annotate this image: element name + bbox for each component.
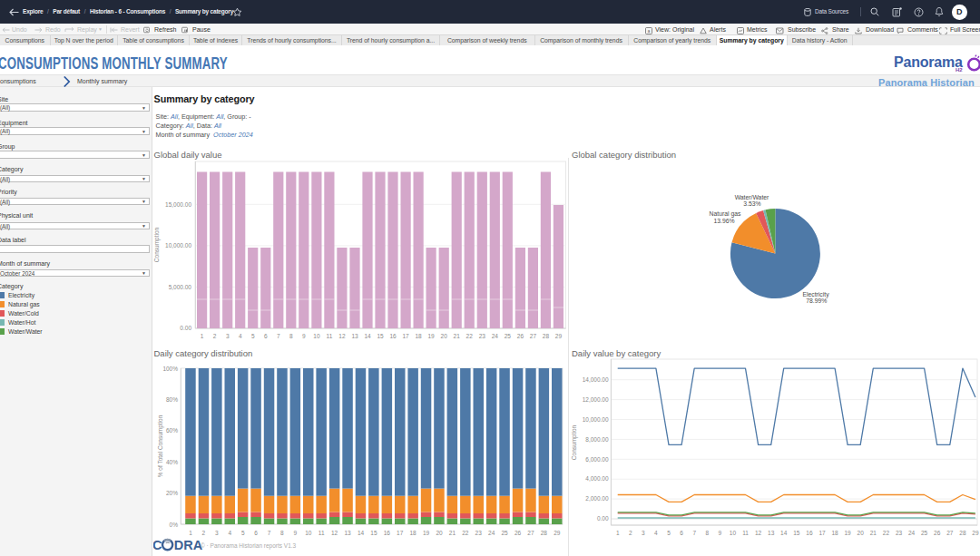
svg-text:6: 6 [264, 333, 268, 339]
svg-text:23: 23 [896, 530, 903, 536]
svg-text:2,000.00: 2,000.00 [585, 495, 609, 502]
svg-text:26: 26 [517, 333, 524, 339]
svg-text:8,000.00: 8,000.00 [585, 436, 609, 443]
svg-text:19: 19 [423, 530, 430, 536]
svg-text:20: 20 [441, 333, 448, 339]
svg-text:12: 12 [755, 530, 762, 536]
svg-text:23: 23 [475, 530, 483, 536]
svg-text:13.96%: 13.96% [713, 218, 734, 224]
svg-text:20%: 20% [166, 490, 178, 496]
svg-text:24: 24 [488, 530, 495, 536]
svg-text:18: 18 [831, 530, 838, 536]
svg-text:2: 2 [213, 333, 217, 339]
svg-text:22: 22 [466, 333, 474, 339]
svg-text:3: 3 [642, 530, 645, 536]
svg-text:24: 24 [492, 333, 499, 339]
svg-text:8: 8 [705, 530, 709, 536]
svg-text:13: 13 [344, 530, 351, 536]
svg-text:27: 27 [530, 333, 537, 339]
svg-text:0.00: 0.00 [180, 325, 191, 331]
svg-text:21: 21 [454, 333, 461, 339]
svg-text:21: 21 [449, 530, 456, 536]
svg-text:14: 14 [358, 530, 365, 536]
svg-text:27: 27 [527, 530, 534, 536]
svg-text:100%: 100% [162, 366, 178, 372]
svg-text:25: 25 [921, 530, 928, 536]
svg-text:18: 18 [415, 333, 422, 339]
svg-text:4,000.00: 4,000.00 [585, 475, 609, 482]
svg-text:8: 8 [289, 333, 293, 339]
svg-text:9: 9 [718, 530, 721, 536]
svg-text:C: C [153, 538, 162, 552]
svg-text:2: 2 [202, 530, 206, 536]
svg-text:0%: 0% [170, 522, 179, 528]
svg-text:% of Total Consumption: % of Total Consumption [157, 415, 164, 477]
svg-text:27: 27 [946, 530, 954, 536]
svg-text:19: 19 [844, 530, 851, 536]
svg-text:14,000.00: 14,000.00 [583, 376, 609, 383]
svg-text:15: 15 [370, 530, 377, 536]
svg-text:12,000.00: 12,000.00 [583, 396, 609, 403]
svg-text:Electricity: Electricity [802, 291, 829, 298]
svg-text:13: 13 [351, 333, 358, 339]
svg-text:23: 23 [479, 333, 486, 339]
svg-text:18: 18 [409, 530, 416, 536]
svg-text:11: 11 [742, 530, 749, 536]
svg-text:26: 26 [514, 530, 522, 536]
svg-text:17: 17 [397, 530, 404, 536]
svg-text:7: 7 [277, 333, 280, 339]
svg-text:2: 2 [629, 530, 632, 536]
svg-text:16: 16 [806, 530, 813, 536]
svg-text:9: 9 [294, 530, 298, 536]
svg-text:17: 17 [818, 530, 826, 536]
svg-text:1: 1 [201, 333, 204, 339]
svg-text:0.00: 0.00 [597, 515, 609, 522]
svg-text:17: 17 [402, 333, 409, 339]
svg-text:1: 1 [616, 530, 620, 536]
svg-text:28: 28 [541, 530, 548, 536]
svg-text:20: 20 [858, 530, 865, 536]
svg-text:19: 19 [427, 333, 435, 339]
svg-text:4: 4 [228, 530, 231, 536]
svg-text:22: 22 [462, 530, 469, 536]
svg-text:10: 10 [730, 530, 737, 536]
svg-text:25: 25 [501, 530, 508, 536]
svg-text:24: 24 [908, 530, 916, 536]
svg-text:© · Panorama Historian reports: © · Panorama Historian reports V1.3 [201, 542, 297, 550]
svg-text:Natural gas: Natural gas [710, 210, 741, 218]
svg-text:22: 22 [883, 530, 890, 536]
svg-text:25: 25 [505, 333, 512, 339]
svg-text:15,000.00: 15,000.00 [165, 201, 191, 208]
svg-text:26: 26 [934, 530, 941, 536]
svg-text:6: 6 [680, 530, 683, 536]
svg-text:29: 29 [972, 530, 979, 536]
svg-text:10: 10 [305, 530, 312, 536]
svg-text:13: 13 [768, 530, 775, 536]
svg-text:9: 9 [302, 333, 306, 339]
svg-text:Water/Water: Water/Water [735, 194, 769, 200]
svg-text:10,000.00: 10,000.00 [165, 242, 191, 249]
svg-text:5: 5 [667, 530, 671, 536]
svg-text:16: 16 [384, 530, 391, 536]
svg-text:3: 3 [226, 333, 230, 339]
svg-text:3: 3 [215, 530, 219, 536]
svg-text:15: 15 [377, 333, 384, 339]
svg-text:6,000.00: 6,000.00 [585, 456, 609, 463]
svg-text:15: 15 [793, 530, 800, 536]
svg-text:5,000.00: 5,000.00 [169, 284, 192, 290]
svg-text:5: 5 [251, 333, 255, 339]
svg-text:3.53%: 3.53% [743, 200, 760, 207]
svg-text:1: 1 [189, 530, 192, 536]
svg-text:21: 21 [870, 530, 877, 536]
svg-text:12: 12 [331, 530, 338, 536]
svg-text:28: 28 [543, 333, 550, 339]
svg-text:5: 5 [241, 530, 245, 536]
svg-text:DRA: DRA [174, 538, 203, 552]
svg-text:4: 4 [239, 333, 242, 339]
svg-text:6: 6 [254, 530, 258, 536]
svg-text:a: a [648, 28, 651, 33]
svg-text:10,000.00: 10,000.00 [583, 416, 609, 423]
svg-text:7: 7 [692, 530, 696, 536]
svg-text:4: 4 [654, 530, 658, 536]
svg-text:20: 20 [436, 530, 443, 536]
